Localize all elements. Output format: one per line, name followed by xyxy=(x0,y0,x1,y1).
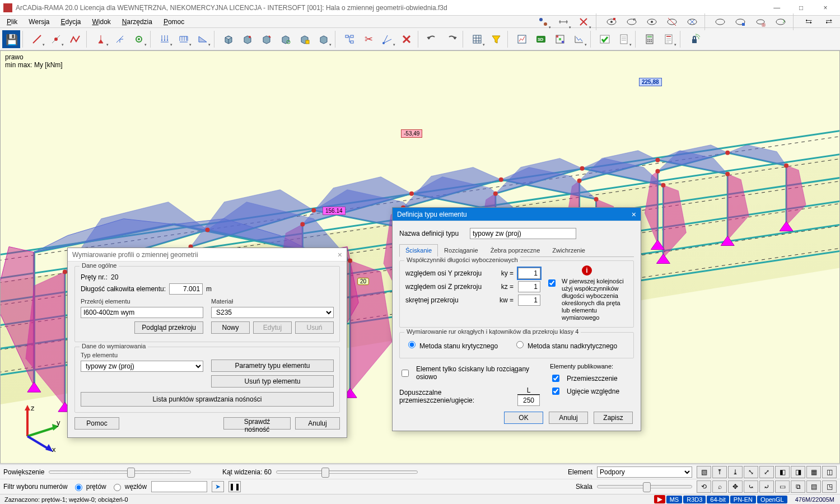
publ-disp-checkbox[interactable] xyxy=(552,375,559,382)
rt-3-icon[interactable]: ⤓ xyxy=(728,466,743,478)
draw-line-red-icon[interactable]: ▾ xyxy=(28,30,46,48)
cube-3-icon[interactable] xyxy=(258,30,276,48)
tab-rozciaganie[interactable]: Rozciąganie xyxy=(438,244,484,257)
funnel-icon[interactable] xyxy=(487,30,505,48)
rb-7-icon[interactable]: ⧉ xyxy=(791,480,805,493)
badge-3d-icon[interactable]: 3D xyxy=(532,30,550,48)
tab-zwichrzenie[interactable]: Zwichrzenie xyxy=(546,244,591,257)
load-arrows-icon[interactable]: ▾ xyxy=(156,30,174,48)
def-ok-button[interactable]: OK xyxy=(504,412,543,424)
vis-delete-icon[interactable]: ▾ xyxy=(575,13,592,31)
cube-5-icon[interactable] xyxy=(296,30,314,48)
save-button[interactable]: 💾 xyxy=(2,30,20,48)
eye-6-icon[interactable] xyxy=(711,13,729,31)
rb-4-icon[interactable]: ⤿ xyxy=(744,480,758,493)
calculator-icon[interactable] xyxy=(641,30,659,48)
tab-zebra[interactable]: Żebra poprzeczne xyxy=(484,244,547,257)
tree-icon[interactable] xyxy=(340,30,358,48)
eye-7-icon[interactable] xyxy=(731,13,749,31)
rb-5-icon[interactable]: ⤾ xyxy=(759,480,774,493)
gear-icon[interactable]: ▾ xyxy=(130,30,148,48)
check-capacity-button[interactable]: Sprawdź nośność xyxy=(223,417,291,430)
badge-play[interactable]: ▶ xyxy=(654,495,665,503)
disp-denominator-field[interactable] xyxy=(517,395,540,406)
lock-wifi-icon[interactable] xyxy=(685,30,703,48)
rt-7-icon[interactable]: ◨ xyxy=(791,466,805,478)
rb-2-icon[interactable]: ⌕ xyxy=(712,480,727,493)
scale-slider[interactable] xyxy=(597,485,692,488)
rt-1-icon[interactable]: ▧ xyxy=(697,466,711,478)
menu-pomoc[interactable]: Pomoc xyxy=(159,17,189,27)
section-preview-button[interactable]: Podgląd przekroju xyxy=(134,321,203,334)
table-icon[interactable]: ▾ xyxy=(468,30,486,48)
eye-4-icon[interactable] xyxy=(663,13,681,31)
rb-8-icon[interactable]: ▤ xyxy=(806,480,821,493)
minimize-button[interactable]: — xyxy=(766,2,788,13)
help-button[interactable]: Pomoc xyxy=(74,417,119,430)
axial-only-checkbox[interactable] xyxy=(402,370,409,377)
filter-go-icon[interactable]: ➤ xyxy=(212,481,224,492)
dialog-dim-close-icon[interactable]: × xyxy=(338,250,342,259)
filter-nodes-radio[interactable] xyxy=(114,484,121,491)
menu-edycja[interactable]: Edycja xyxy=(56,17,85,27)
def-name-field[interactable] xyxy=(470,228,576,239)
cube-1-icon[interactable] xyxy=(220,30,237,48)
filter-pause-icon[interactable]: ❚❚ xyxy=(228,481,241,492)
rt-5-icon[interactable]: ⤢ xyxy=(759,466,774,478)
material-new-button[interactable]: Nowy xyxy=(211,321,250,334)
draw-polyline-icon[interactable] xyxy=(66,30,84,48)
chart-down-icon[interactable]: ▾ xyxy=(570,30,588,48)
page-icon[interactable]: ▾ xyxy=(615,30,633,48)
collapse-left-icon[interactable]: ⮀ xyxy=(800,13,818,31)
vis-dimension-icon[interactable]: ▾ xyxy=(554,13,572,31)
length-field[interactable] xyxy=(169,283,203,295)
load-triangular-icon[interactable]: ▾ xyxy=(194,30,212,48)
collapse-right-icon[interactable]: ⮂ xyxy=(820,13,838,31)
menu-narzedzia[interactable]: Narzędzia xyxy=(118,17,157,27)
material-edit-button[interactable]: Edytuj xyxy=(253,321,292,334)
maximize-button[interactable]: □ xyxy=(790,2,813,13)
rt-6-icon[interactable]: ◧ xyxy=(775,466,790,478)
radio-critical[interactable] xyxy=(408,341,416,348)
filter-bars-radio[interactable] xyxy=(75,484,82,491)
zoom-slider[interactable] xyxy=(49,470,191,474)
cube-6-icon[interactable]: ▾ xyxy=(315,30,333,48)
dim-cancel-button[interactable]: Anuluj xyxy=(295,417,340,430)
chart-icon[interactable] xyxy=(513,30,531,48)
type-delete-button[interactable]: Usuń typ elementu xyxy=(211,375,334,388)
rt-8-icon[interactable]: ▦ xyxy=(806,466,821,478)
rt-9-icon[interactable]: ◫ xyxy=(822,466,837,478)
material-delete-button[interactable]: Usuń xyxy=(295,321,334,334)
load-distributed-icon[interactable]: ▾ xyxy=(175,30,193,48)
cube-4-icon[interactable] xyxy=(277,30,295,48)
scissors-icon[interactable]: ✂ xyxy=(360,30,377,48)
vis-group-1-icon[interactable]: ▾ xyxy=(534,13,552,31)
kw-field[interactable] xyxy=(518,295,540,306)
type-params-button[interactable]: Parametry typu elementu xyxy=(211,360,334,372)
section-field[interactable] xyxy=(81,307,203,318)
tab-sciskanie[interactable]: Ściskanie xyxy=(399,244,438,257)
support-icon[interactable]: ▾ xyxy=(92,30,110,48)
menu-plik[interactable]: Plik xyxy=(2,17,22,27)
info-icon[interactable]: i xyxy=(582,265,592,276)
undo-icon[interactable] xyxy=(423,30,441,48)
menu-widok[interactable]: Widok xyxy=(88,17,115,27)
rt-4-icon[interactable]: ⤡ xyxy=(744,466,758,478)
material-select[interactable]: S235 xyxy=(211,307,334,318)
def-save-button[interactable]: Zapisz xyxy=(594,412,633,424)
check-points-button[interactable]: Lista punktów sprawdzania nośności xyxy=(81,392,334,407)
type-select[interactable]: typowy zw (proj) xyxy=(81,361,203,372)
dialog-def-close-icon[interactable]: × xyxy=(632,210,636,219)
filter-input[interactable] xyxy=(151,481,207,492)
cube-2-icon[interactable] xyxy=(239,30,256,48)
menu-wersja[interactable]: Wersja xyxy=(24,17,54,27)
ky-field[interactable] xyxy=(518,268,540,279)
publ-defl-checkbox[interactable] xyxy=(552,388,559,395)
eye-grid-icon[interactable] xyxy=(752,13,769,31)
eye-3-icon[interactable] xyxy=(643,13,661,31)
delete-red-icon[interactable] xyxy=(398,30,416,48)
check-icon[interactable] xyxy=(596,30,614,48)
report-icon[interactable]: ▾ xyxy=(660,30,678,48)
eye-1-icon[interactable] xyxy=(603,13,620,31)
element-combo[interactable]: Podpory xyxy=(597,466,692,478)
